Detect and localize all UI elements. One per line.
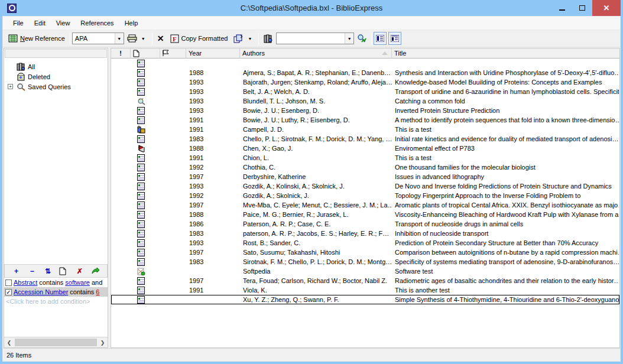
table-row[interactable]: 1993Rost, B.; Sander, C.Prediction of Pr… — [111, 238, 619, 248]
toolbar: New Reference APA ▼ ▼ ✕ F Copy Fo — [3, 30, 620, 47]
view-details-button[interactable] — [388, 32, 401, 45]
refresh-conditions-icon[interactable]: ⇅ — [43, 267, 53, 275]
add-condition-icon[interactable]: + — [11, 267, 21, 275]
reference-type-cell — [131, 239, 161, 247]
sidebar-item-all[interactable]: All — [7, 61, 106, 72]
title-cell: Catching a common fold — [392, 98, 619, 105]
view-list-button[interactable] — [374, 32, 387, 45]
table-row[interactable]: 1992Gozdik, A.; Skolnick, J.Topology Fin… — [111, 191, 619, 200]
chevron-down-icon[interactable]: ▼ — [345, 33, 353, 44]
checkbox-checked[interactable]: ✓ — [5, 289, 12, 295]
copy-dropdown-icon[interactable]: ▼ — [246, 37, 254, 41]
table-row[interactable]: 1993Gozdik, A.; Kolinski, A.; Skolnick, … — [111, 181, 619, 191]
table-row[interactable]: 1997Sato, Susumu; Takahashi, HitoshiComp… — [111, 248, 619, 257]
table-row[interactable]: 1997Tera, Fouad; Carlson, Richard W.; Bo… — [111, 276, 619, 285]
table-row[interactable]: 1992Chothia, C.One thousand families for… — [111, 162, 619, 172]
table-row[interactable]: 1991Chion, L.This is a test — [111, 153, 619, 162]
query-condition-row[interactable]: Abstractcontainssoftwareand — [4, 278, 108, 287]
table-row[interactable]: SoftpediaSoftware test — [111, 266, 619, 276]
new-query-icon[interactable] — [59, 267, 69, 275]
table-row[interactable]: 1983Sirotnak, F. M.; Chello, P. L.; Dori… — [111, 257, 619, 266]
table-row[interactable]: 1993Bowie, J. U.; Esenberg, D.Inverted P… — [111, 106, 619, 115]
reference-card-icon — [137, 220, 158, 228]
table-row[interactable]: 1991Viola, K.This is another test — [111, 285, 619, 295]
sidebar-hscrollbar[interactable]: ❮ ❯ — [4, 337, 108, 347]
menu-item-help[interactable]: Help — [119, 18, 144, 28]
print-dropdown-icon[interactable]: ▼ — [139, 37, 147, 41]
book-icon — [137, 145, 158, 152]
checkbox-unchecked[interactable] — [5, 280, 12, 286]
minimize-button[interactable] — [552, 0, 572, 16]
table-row[interactable]: Xu, Y. Z.; Zheng, Q.; Swann, P. F.Simple… — [111, 295, 619, 304]
year-cell: 1991 — [187, 126, 241, 133]
year-cell: 1997 — [187, 202, 241, 209]
scrollbar-thumb[interactable] — [15, 339, 97, 346]
scroll-left-icon[interactable]: ❮ — [4, 337, 14, 347]
table-row[interactable]: 1997Mve-Mba, C. Eyele; Menut, C.; Bessie… — [111, 200, 619, 210]
add-condition-prompt[interactable]: <Click here to add condition> — [4, 297, 108, 306]
reference-card-icon — [137, 116, 158, 124]
table-row[interactable]: 1983paterson, A. R. P.; Jacobs, E. S.; H… — [111, 229, 619, 238]
column-header-urgent[interactable]: ! — [111, 48, 131, 58]
maximize-button[interactable] — [572, 0, 592, 16]
table-row[interactable]: 1988Chen, X.; Gao, J.Enviromental effect… — [111, 144, 619, 153]
run-search-button[interactable] — [354, 31, 369, 46]
style-combo[interactable]: APA ▼ — [72, 32, 124, 44]
condition-operator: contains — [39, 279, 63, 286]
column-header-flag[interactable] — [160, 48, 186, 58]
condition-field-link[interactable]: Accession Number — [14, 288, 68, 295]
table-row[interactable]: 1983Chello, P. L.; Sirotnak, F. M.; Dori… — [111, 134, 619, 144]
search-combo[interactable]: ▼ — [276, 32, 354, 44]
reference-type-cell — [131, 69, 161, 77]
table-row[interactable]: 1988Ajmera, S.; Bapat, A. R.; Stephanian… — [111, 68, 619, 77]
table-row[interactable]: 1993Bajorath, Jurgen; Stenkamp, Roland; … — [111, 77, 619, 87]
table-row[interactable]: 1993Belt, J. A.; Welch, A. D.Transport o… — [111, 87, 619, 96]
copy-formatted-button[interactable]: F Copy Formatted — [167, 31, 231, 46]
condition-value-link[interactable]: 6 — [96, 288, 99, 295]
reference-type-cell — [131, 88, 161, 96]
table-row[interactable]: 1997Derbyshire, KatherineIssues in advan… — [111, 172, 619, 181]
query-condition-row[interactable]: ✓Accession Numbercontains6 — [4, 287, 108, 297]
search-scope-button[interactable] — [261, 31, 276, 46]
condition-field-link[interactable]: Abstract — [14, 279, 37, 286]
table-row[interactable]: 1993Blundell, T. L.; Johson, M. S.Catchi… — [111, 96, 619, 106]
menu-item-edit[interactable]: Edit — [29, 18, 51, 28]
sidebar-item-saved-queries[interactable]: +Saved Queries — [7, 82, 106, 92]
sidebar-item-label: All — [28, 63, 35, 70]
reference-card-icon — [137, 173, 158, 181]
table-row[interactable] — [111, 58, 619, 68]
scroll-right-icon[interactable]: ❯ — [98, 337, 108, 347]
delete-query-icon[interactable]: ✗ — [75, 267, 85, 275]
title-cell: Prediction of Protein Secondary Structur… — [392, 239, 619, 246]
table-row[interactable]: 1991Campell, J. D.This is a test — [111, 125, 619, 134]
menu-item-references[interactable]: References — [75, 18, 119, 28]
column-header-year[interactable]: Year — [186, 48, 240, 58]
column-header-title[interactable]: Title — [392, 48, 619, 58]
menu-item-file[interactable]: File — [8, 18, 29, 28]
run-query-icon[interactable] — [91, 267, 100, 275]
title-cell: Transport of nucleoside drugs in animal … — [392, 220, 619, 228]
table-header: ! Year Authors — [111, 48, 619, 58]
condition-value-link[interactable]: software — [65, 279, 90, 286]
close-button[interactable]: ✕ — [592, 0, 621, 16]
column-header-attachment[interactable] — [131, 48, 160, 58]
reference-type-cell — [131, 79, 161, 86]
table-row[interactable]: 1988Paice, M. G.; Bernier, R.; Jurasek, … — [111, 210, 619, 219]
column-header-authors[interactable]: Authors — [240, 48, 392, 58]
new-reference-button[interactable]: New Reference — [5, 31, 68, 46]
table-row[interactable]: 1986Paterson, A. R. P.; Case, C. E.Trans… — [111, 219, 619, 229]
print-button[interactable]: ▼ — [124, 31, 150, 46]
table-row[interactable]: 1991Bowie, J. U.; Luthy, R.; Eisenberg, … — [111, 115, 619, 125]
delete-reference-button[interactable]: ✕ — [154, 31, 167, 46]
menu-item-view[interactable]: View — [51, 18, 76, 28]
authors-cell: Tera, Fouad; Carlson, Richard W.; Boctor… — [241, 277, 392, 284]
sidebar-item-deleted[interactable]: Deleted — [7, 72, 106, 82]
remove-condition-icon[interactable]: − — [27, 267, 37, 275]
copy-reference-button[interactable]: ▼ — [231, 31, 257, 46]
chevron-down-icon[interactable]: ▼ — [115, 33, 124, 44]
reference-type-cell — [131, 116, 161, 124]
expand-plus-icon[interactable]: + — [7, 84, 14, 89]
software-note-icon — [137, 268, 158, 275]
authors-cell: Sato, Susumu; Takahashi, Hitoshi — [241, 249, 392, 256]
authors-cell: Chion, L. — [241, 154, 392, 161]
